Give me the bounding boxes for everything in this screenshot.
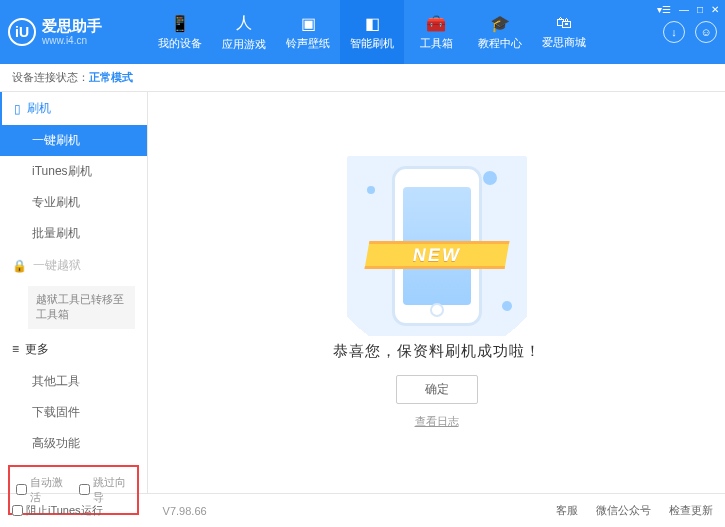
jailbreak-note: 越狱工具已转移至工具箱	[28, 286, 135, 329]
view-log-link[interactable]: 查看日志	[415, 414, 459, 429]
status-bar: 设备连接状态： 正常模式	[0, 64, 725, 92]
logo: iU 爱思助手 www.i4.cn	[8, 18, 148, 46]
footer-update-link[interactable]: 检查更新	[669, 503, 713, 518]
success-illustration: NEW	[347, 156, 527, 336]
device-info: ▯iPhone 15 Pro Max 512GB iPhone	[0, 521, 147, 527]
footer-service-link[interactable]: 客服	[556, 503, 578, 518]
nav-tutorials[interactable]: 🎓教程中心	[468, 0, 532, 64]
sidebar-item-download-firmware[interactable]: 下载固件	[0, 397, 147, 428]
minimize-icon[interactable]: —	[679, 4, 689, 15]
sidebar-item-batch-flash[interactable]: 批量刷机	[0, 218, 147, 249]
top-nav: 📱我的设备 人应用游戏 ▣铃声壁纸 ◧智能刷机 🧰工具箱 🎓教程中心 🛍爱思商城	[148, 0, 596, 64]
nav-flash[interactable]: ◧智能刷机	[340, 0, 404, 64]
download-button[interactable]: ↓	[663, 21, 685, 43]
footer-wechat-link[interactable]: 微信公众号	[596, 503, 651, 518]
block-itunes-checkbox[interactable]: 阻止iTunes运行	[12, 503, 103, 518]
new-banner: NEW	[364, 241, 509, 269]
sidebar: ▯刷机 一键刷机 iTunes刷机 专业刷机 批量刷机 🔒一键越狱 越狱工具已转…	[0, 92, 148, 493]
sidebar-header-jailbreak: 🔒一键越狱	[0, 249, 147, 282]
status-prefix: 设备连接状态：	[12, 70, 89, 85]
success-message: 恭喜您，保资料刷机成功啦！	[333, 342, 541, 361]
nav-apps[interactable]: 人应用游戏	[212, 0, 276, 64]
sidebar-header-flash[interactable]: ▯刷机	[0, 92, 147, 125]
maximize-icon[interactable]: □	[697, 4, 703, 15]
sidebar-item-itunes-flash[interactable]: iTunes刷机	[0, 156, 147, 187]
skip-guide-checkbox[interactable]: 跳过向导	[79, 475, 132, 505]
auto-activate-checkbox[interactable]: 自动激活	[16, 475, 69, 505]
nav-store[interactable]: 🛍爱思商城	[532, 0, 596, 64]
sidebar-item-one-click-flash[interactable]: 一键刷机	[0, 125, 147, 156]
list-icon: ≡	[12, 342, 19, 356]
window-controls: ▾☰ — □ ✕	[657, 4, 719, 15]
main-panel: NEW 恭喜您，保资料刷机成功啦！ 确定 查看日志	[148, 92, 725, 493]
phone-icon: ▯	[14, 102, 21, 116]
nav-toolbox[interactable]: 🧰工具箱	[404, 0, 468, 64]
user-button[interactable]: ☺	[695, 21, 717, 43]
logo-icon: iU	[8, 18, 36, 46]
nav-ringtones[interactable]: ▣铃声壁纸	[276, 0, 340, 64]
ok-button[interactable]: 确定	[396, 375, 478, 404]
status-mode: 正常模式	[89, 70, 133, 85]
menu-icon[interactable]: ▾☰	[657, 4, 671, 15]
sidebar-header-more[interactable]: ≡更多	[0, 333, 147, 366]
sidebar-item-other-tools[interactable]: 其他工具	[0, 366, 147, 397]
version-label: V7.98.66	[163, 505, 207, 517]
app-name: 爱思助手	[42, 18, 102, 35]
lock-icon: 🔒	[12, 259, 27, 273]
sidebar-item-pro-flash[interactable]: 专业刷机	[0, 187, 147, 218]
nav-my-device[interactable]: 📱我的设备	[148, 0, 212, 64]
close-icon[interactable]: ✕	[711, 4, 719, 15]
header-bar: ▾☰ — □ ✕ iU 爱思助手 www.i4.cn 📱我的设备 人应用游戏 ▣…	[0, 0, 725, 64]
header-right: ↓ ☺	[663, 21, 717, 43]
sidebar-item-advanced[interactable]: 高级功能	[0, 428, 147, 459]
app-url: www.i4.cn	[42, 35, 102, 46]
